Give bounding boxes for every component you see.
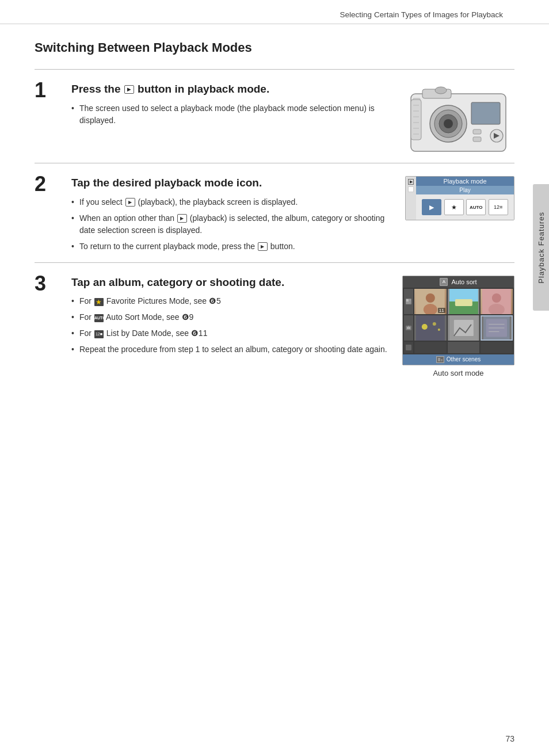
step-1-bullets: The screen used to select a playback mod… (71, 102, 394, 127)
step-2-bullet-2: When an option other than ▶ (playback) i… (71, 212, 394, 236)
autosort-footer-icon (436, 356, 444, 363)
svg-rect-21 (406, 299, 409, 301)
svg-rect-51 (441, 359, 443, 361)
autosort-cell-5 (448, 315, 480, 341)
svg-rect-28 (406, 345, 411, 350)
step-1-section: 1 Press the ▶ button in playback mode. T… (35, 69, 514, 163)
sidebar-tab-label: Playback Features (537, 212, 546, 284)
step-3-bullet-2: For AUTO Auto Sort Mode, see ❻9 (71, 311, 391, 323)
playback-button-icon: ▶ (124, 85, 134, 94)
autosort-cell-4 (414, 315, 447, 341)
autosort-cell-2 (448, 289, 480, 314)
playback-icon-play[interactable]: ▶ (422, 199, 441, 215)
autosort-cell-9 (481, 342, 513, 353)
svg-point-39 (422, 324, 428, 330)
step-1-heading: Press the ▶ button in playback mode. (71, 82, 394, 97)
step-1-number: 1 (35, 80, 60, 101)
step-2-bullet-1: If you select ▶ (playback), the playback… (71, 196, 394, 208)
svg-point-40 (433, 322, 436, 326)
svg-point-41 (438, 329, 440, 331)
page-header: Selecting Certain Types of Images for Pl… (0, 0, 549, 24)
svg-point-5 (444, 119, 453, 128)
step-2-bullet-3: To return to the current playback mode, … (71, 240, 394, 253)
step-1-content: Press the ▶ button in playback mode. The… (71, 82, 394, 131)
step-2-content: Tap the desired playback mode icon. If y… (71, 176, 394, 257)
autosort-title: Auto sort (451, 278, 476, 285)
header-title: Selecting Certain Types of Images for Pl… (340, 10, 503, 19)
svg-rect-50 (438, 358, 440, 361)
playback-mode-icons: ▶ ★ AUTO 12≡ (416, 194, 514, 220)
autosort-footer-label: Other scenes (447, 356, 481, 362)
svg-point-36 (492, 293, 501, 303)
step-1-bullet-1: The screen used to select a playback mod… (71, 102, 394, 127)
autosort-header: A Auto sort (403, 276, 514, 288)
autosort-caption: Auto sort mode (433, 369, 483, 377)
svg-rect-26 (407, 327, 410, 329)
step-3-bullet-3: For 12■ List by Date Mode, see ❻11 (71, 327, 391, 339)
autosort-screen: A Auto sort (402, 276, 514, 365)
autosort-cell-7 (414, 342, 447, 353)
autosort-cell-6 (481, 315, 513, 341)
autosort-cell-1: 11 (414, 289, 447, 314)
sidebar-tab: Playback Features (533, 184, 549, 311)
playback-icon-star[interactable]: ★ (444, 199, 464, 215)
step-3-bullet-4: Repeat the procedure from step 1 to sele… (71, 343, 391, 356)
svg-rect-43 (453, 320, 473, 336)
autosort-footer: Other scenes (403, 354, 514, 365)
step-3-heading: Tap an album, category or shooting date. (71, 276, 391, 290)
autosort-cell-3 (481, 289, 513, 314)
step-3-bullet-1: For ★ Favorite Pictures Mode, see ❻5 (71, 295, 391, 307)
svg-rect-22 (409, 299, 411, 301)
step-2-image: ▶ Playback mode Play ▶ ★ AUTO 12≡ (405, 176, 514, 220)
step-2-bullets: If you select ▶ (playback), the playback… (71, 196, 394, 253)
step-3-section: 3 Tap an album, category or shooting dat… (35, 262, 514, 383)
page-title: Switching Between Playback Modes (35, 40, 514, 59)
autosort-icon: A (440, 278, 448, 286)
step-3-number: 3 (35, 273, 60, 294)
autosort-cell-8 (448, 342, 480, 353)
playback-inline-icon-2: ▶ (177, 214, 187, 223)
playback-inline-icon-3: ▶ (258, 242, 268, 251)
page-number: 73 (505, 734, 514, 743)
playback-icon-auto[interactable]: AUTO (466, 199, 486, 215)
star-icon: ★ (94, 298, 104, 306)
svg-point-27 (408, 326, 409, 327)
svg-rect-6 (471, 102, 500, 124)
step-2-number: 2 (35, 174, 60, 194)
camera-illustration (405, 82, 514, 157)
playback-icon-date[interactable]: 12≡ (489, 199, 508, 215)
step-2-heading: Tap the desired playback mode icon. (71, 176, 394, 190)
svg-rect-13 (411, 100, 421, 140)
step-3-content: Tap an album, category or shooting date.… (71, 276, 391, 360)
playback-mode-subheader: Play (416, 186, 514, 194)
step-2-section: 2 Tap the desired playback mode icon. If… (35, 163, 514, 262)
auto-sort-icon: AUTO (94, 314, 104, 322)
step-3-image: A Auto sort (402, 276, 514, 377)
playback-inline-icon-1: ▶ (125, 198, 135, 207)
main-content: Switching Between Playback Modes 1 Press… (0, 24, 549, 406)
svg-rect-34 (455, 299, 472, 306)
svg-rect-38 (416, 315, 445, 341)
step-3-bullets: For ★ Favorite Pictures Mode, see ❻5 For… (71, 295, 391, 356)
svg-point-30 (426, 293, 435, 303)
playback-mode-screen: ▶ Playback mode Play ▶ ★ AUTO 12≡ (405, 176, 514, 220)
list-date-icon: 12■ (94, 330, 104, 338)
svg-rect-9 (473, 129, 481, 134)
svg-rect-10 (473, 137, 481, 142)
playback-mode-header: Playback mode (416, 177, 514, 186)
svg-point-12 (435, 87, 447, 94)
step-1-image (405, 82, 514, 157)
